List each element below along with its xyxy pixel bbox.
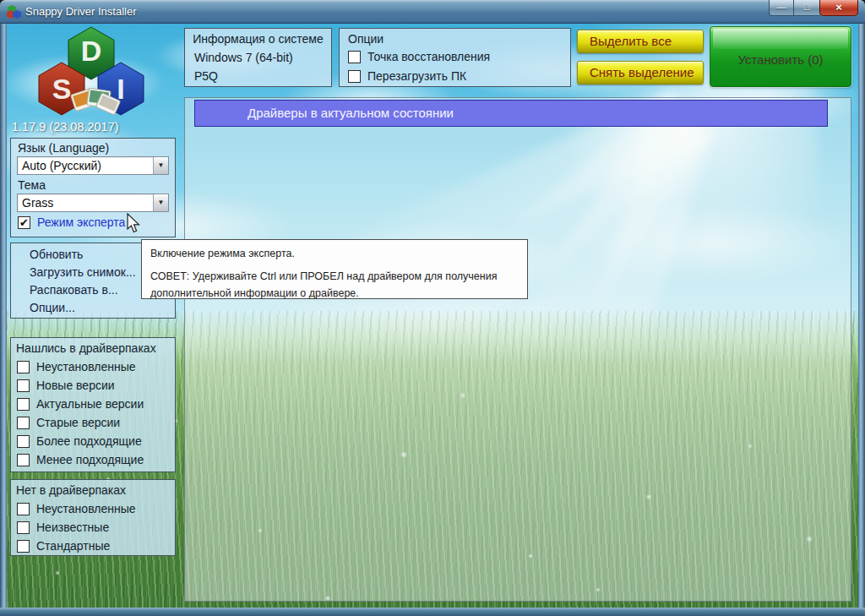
filter-label: Старые версии: [36, 416, 120, 429]
filter-not-installed[interactable]: Неустановленные: [17, 360, 136, 373]
system-info-panel: Информация о системе Windows 7 (64-bit) …: [184, 28, 332, 87]
theme-value: Grass: [22, 194, 53, 211]
app-icon: [7, 4, 22, 19]
expert-mode-tooltip: Включение режима эксперта. СОВЕТ: Удержи…: [141, 239, 528, 299]
filter-current-versions[interactable]: Актуальные версии: [17, 397, 144, 411]
options-title: Опции: [348, 32, 384, 46]
window-frame-bottom: [0, 608, 865, 616]
status-banner: Драйверы в актуальном состоянии: [194, 100, 828, 127]
checkbox[interactable]: [17, 540, 30, 553]
checkbox[interactable]: [17, 503, 30, 515]
checkmark-icon: ✔: [19, 216, 29, 229]
missing-filters-title: Нет в драйверпаках: [16, 483, 126, 497]
checkbox[interactable]: [17, 521, 30, 534]
checkbox[interactable]: [17, 435, 30, 448]
filter-label: Более подходящие: [36, 434, 142, 448]
menu-item-update[interactable]: Обновить: [30, 248, 83, 261]
checkbox[interactable]: [17, 398, 30, 411]
deselect-all-button[interactable]: Снять выделение: [577, 61, 704, 84]
chevron-down-icon: ▼: [154, 194, 168, 211]
filter-label: Неустановленные: [36, 360, 136, 373]
filter-label: Неизвестные: [36, 521, 109, 534]
option-label: Точка восстановления: [367, 50, 490, 63]
install-button[interactable]: Установить (0): [710, 26, 851, 87]
system-info-motherboard: P5Q: [194, 69, 218, 83]
filter-label: Актуальные версии: [36, 397, 144, 411]
menu-item-load-snapshot[interactable]: Загрузить снимок...: [30, 265, 136, 279]
window-controls: — □ ×: [769, 0, 858, 16]
found-filters-title: Нашлись в драйверпаках: [16, 341, 156, 355]
filter-worse-match[interactable]: Менее подходящие: [17, 453, 144, 466]
select-all-button[interactable]: Выделить все: [577, 30, 704, 53]
language-theme-panel: Язык (Language) Auto (Русский) ▼ Тема Gr…: [10, 138, 176, 237]
missing-filters-panel: Нет в драйверпаках Неустановленные Неизв…: [10, 479, 176, 556]
theme-label: Тема: [18, 178, 46, 192]
driver-list-area: [184, 97, 851, 602]
menu-item-extract-to[interactable]: Распаковать в...: [30, 283, 118, 297]
filter-label: Неустановленные: [36, 502, 136, 515]
found-filters-panel: Нашлись в драйверпаках Неустановленные Н…: [10, 337, 176, 472]
language-dropdown-button[interactable]: ▼: [153, 157, 168, 174]
checkbox[interactable]: [348, 70, 361, 83]
theme-dropdown[interactable]: Grass ▼: [17, 194, 169, 212]
filter-label: Стандартные: [36, 539, 110, 553]
option-label: Перезагрузить ПК: [367, 69, 466, 83]
maximize-button[interactable]: □: [794, 0, 819, 16]
language-value: Auto (Русский): [22, 157, 101, 174]
system-info-title: Информация о системе: [185, 32, 331, 46]
window-frame-right: [858, 24, 865, 608]
logo-letter-d: D: [81, 35, 102, 67]
expert-mode-label: Режим эксперта: [37, 215, 125, 229]
window-title: Snappy Driver Installer: [25, 5, 137, 18]
close-button[interactable]: ×: [819, 0, 858, 16]
chevron-down-icon: ▼: [154, 157, 168, 174]
app-version: 1.17.9 (23.08.2017): [12, 120, 119, 134]
filter-newer-versions[interactable]: Новые версии: [17, 379, 115, 392]
checkbox[interactable]: [17, 361, 30, 373]
option-reboot-pc[interactable]: Перезагрузить ПК: [348, 69, 466, 83]
checkbox[interactable]: [348, 51, 361, 63]
filter-missing-not-installed[interactable]: Неустановленные: [17, 502, 136, 515]
language-label: Язык (Language): [18, 141, 109, 155]
window-frame-left: [0, 24, 7, 608]
logo-letter-s: S: [52, 73, 72, 105]
filter-label: Менее подходящие: [36, 453, 144, 466]
language-dropdown[interactable]: Auto (Русский) ▼: [17, 156, 169, 175]
filter-better-match[interactable]: Более подходящие: [17, 434, 142, 448]
expert-mode-checkbox[interactable]: ✔: [18, 216, 30, 229]
filter-standard[interactable]: Стандартные: [17, 539, 110, 553]
expert-mode-row[interactable]: ✔ Режим эксперта: [18, 215, 125, 229]
close-icon: ×: [835, 1, 842, 14]
minimize-icon: —: [777, 2, 786, 12]
app-window: Snappy Driver Installer — □ × D S I 1.17…: [0, 0, 865, 616]
checkbox[interactable]: [17, 454, 30, 466]
checkbox[interactable]: [17, 417, 30, 429]
theme-dropdown-button[interactable]: ▼: [153, 194, 168, 211]
options-panel: Опции Точка восстановления Перезагрузить…: [339, 28, 571, 87]
filter-label: Новые версии: [36, 379, 115, 392]
filter-old-versions[interactable]: Старые версии: [17, 416, 120, 429]
system-info-os: Windows 7 (64-bit): [194, 51, 293, 64]
sdi-logo: D S I: [34, 25, 149, 120]
tooltip-line1: Включение режима эксперта.: [150, 246, 519, 262]
minimize-button[interactable]: —: [769, 0, 794, 16]
checkbox[interactable]: [17, 379, 30, 392]
filter-unknown[interactable]: Неизвестные: [17, 521, 109, 534]
tooltip-line2: СОВЕТ: Удерживайте Ctrl или ПРОБЕЛ над д…: [150, 269, 519, 302]
menu-item-options[interactable]: Опции...: [30, 301, 75, 314]
maximize-icon: □: [804, 2, 810, 12]
title-bar: Snappy Driver Installer: [0, 0, 865, 24]
option-restore-point[interactable]: Точка восстановления: [348, 50, 490, 63]
